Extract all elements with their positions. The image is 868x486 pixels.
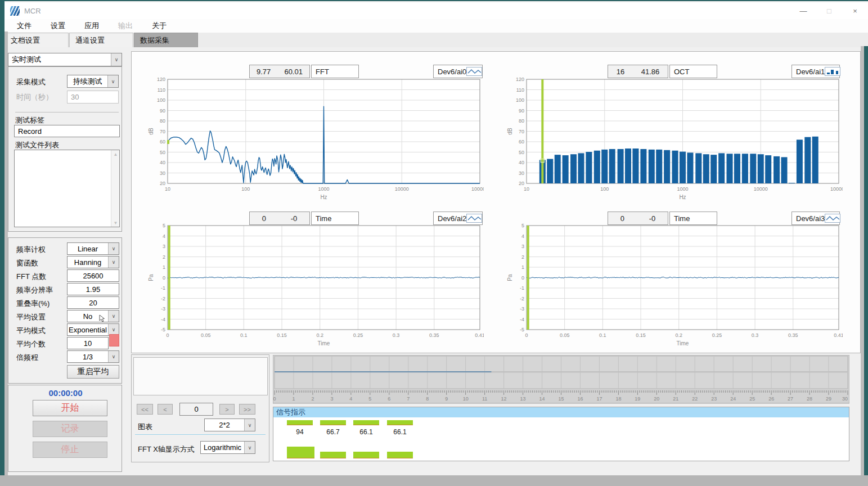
oct-plot[interactable]: 2030405060708090100110120101001000100001… [505, 76, 843, 204]
svg-text:0.2: 0.2 [675, 332, 682, 338]
restart-average-button[interactable]: 重启平均 [67, 365, 119, 379]
fft-axis-mode-select[interactable]: Logarithmic ∨ [200, 441, 255, 454]
field-select[interactable]: Hanning∨ [67, 256, 119, 268]
minimize-button[interactable]: — [790, 2, 816, 19]
svg-text:0.15: 0.15 [277, 332, 287, 338]
line-chart-icon [825, 214, 840, 223]
nav-page-field[interactable]: 0 [179, 403, 213, 416]
svg-text:0.35: 0.35 [788, 332, 798, 338]
svg-text:50: 50 [160, 150, 165, 155]
field-select[interactable]: 1/3∨ [67, 350, 119, 363]
field-label: 平均设置 [16, 312, 46, 322]
field-label: 重叠率(%) [16, 299, 50, 309]
svg-text:-2: -2 [161, 296, 165, 302]
timeline-strip[interactable]: 0123456789101112131415161718192021222324… [273, 355, 849, 404]
elapsed-timer: 00:00:00 [8, 388, 123, 398]
svg-text:17: 17 [596, 396, 602, 402]
menu-about[interactable]: 关于 [145, 19, 173, 33]
field-select[interactable]: No∨ [67, 310, 119, 322]
time2-plot[interactable]: -5-4-3-2-101234500.050.10.150.20.250.30.… [146, 223, 484, 350]
test-tag-input[interactable]: Record [14, 125, 120, 137]
svg-text:Pa: Pa [507, 274, 513, 281]
test-mode-select[interactable]: 实时测试 ∨ [8, 53, 122, 66]
svg-text:4: 4 [349, 396, 352, 402]
display-options-panel: << < 0 > >> 图表 2*2 ∨ FFT X轴显示方式 Logarith… [131, 354, 269, 462]
svg-text:-1: -1 [161, 285, 165, 291]
svg-text:-1: -1 [520, 285, 524, 291]
svg-text:19: 19 [635, 396, 640, 402]
empty-preview-box [133, 357, 268, 395]
window-edge-right [864, 46, 868, 475]
scroll-up-icon[interactable]: ▲ [111, 150, 120, 158]
menu-file[interactable]: 文件 [10, 19, 38, 33]
svg-text:2: 2 [163, 254, 165, 260]
svg-text:60: 60 [519, 139, 524, 145]
acq-mode-label: 采集模式 [16, 77, 46, 87]
svg-text:8: 8 [426, 396, 429, 402]
window-bottom-strip [0, 475, 868, 486]
window-edge-left [0, 0, 5, 475]
close-button[interactable]: × [842, 2, 868, 19]
fft-axis-mode-label: FFT X轴显示方式 [138, 444, 195, 454]
field-select[interactable]: Linear∨ [67, 242, 119, 255]
nav-prev-button[interactable]: < [158, 404, 173, 415]
field-label: FFT 点数 [16, 272, 46, 282]
svg-text:0.35: 0.35 [429, 332, 439, 338]
signal-level-bar [287, 420, 313, 425]
main-window: MCR — □ × 文件 设置 应用 输出 关于 文档设置 通道设置 数据采集 … [0, 0, 868, 475]
svg-text:23: 23 [711, 396, 717, 402]
menu-bar: 文件 设置 应用 输出 关于 [5, 19, 868, 33]
field-input[interactable]: 20 [67, 296, 119, 309]
svg-text:30: 30 [519, 170, 524, 176]
nav-next-button[interactable]: > [219, 404, 235, 415]
svg-text:-3: -3 [520, 306, 524, 312]
svg-text:14: 14 [539, 396, 545, 402]
acq-mode-select[interactable]: 持续测试 ∨ [67, 75, 119, 88]
fft-plot[interactable]: 2030405060708090100110120101001000100001… [146, 76, 484, 204]
svg-text:10: 10 [463, 396, 469, 402]
menu-application[interactable]: 应用 [78, 19, 106, 33]
signal-level-bar [353, 420, 379, 425]
time3-plot[interactable]: -5-4-3-2-101234500.050.10.150.20.250.30.… [505, 223, 843, 350]
time-seconds-label: 时间（秒） [16, 92, 53, 102]
scroll-down-icon[interactable]: ▼ [111, 219, 120, 227]
svg-text:10000: 10000 [754, 186, 768, 192]
field-input[interactable]: 1.95 [67, 283, 119, 295]
svg-text:1000: 1000 [677, 186, 688, 192]
field-label: 平均模式 [16, 326, 46, 336]
window-edge-right-inner [861, 46, 864, 475]
field-input[interactable]: 25600 [67, 269, 119, 282]
signal-peak-bar [387, 452, 413, 458]
field-input[interactable]: 10 [67, 337, 109, 349]
start-button[interactable]: 开始 [33, 400, 107, 416]
svg-text:27: 27 [788, 396, 793, 402]
tab-bar: 文档设置 通道设置 数据采集 [5, 33, 868, 47]
svg-text:28: 28 [807, 396, 812, 402]
signal-level-value: 66.1 [387, 428, 413, 436]
nav-first-button[interactable]: << [137, 404, 153, 415]
chevron-down-icon: ∨ [108, 351, 119, 362]
nav-last-button[interactable]: >> [239, 404, 255, 415]
menu-settings[interactable]: 设置 [44, 19, 72, 33]
tab-channel-settings[interactable]: 通道设置 [69, 33, 133, 47]
signal-level-bar [320, 420, 346, 425]
svg-text:-4: -4 [520, 317, 524, 322]
svg-text:0.1: 0.1 [599, 332, 606, 338]
svg-text:10: 10 [165, 186, 170, 192]
field-label: 频率计权 [16, 245, 46, 255]
field-label: 频率分辨率 [16, 285, 53, 295]
maximize-button[interactable]: □ [816, 2, 842, 19]
svg-text:7: 7 [407, 396, 410, 402]
tab-data-acquisition[interactable]: 数据采集 [134, 33, 198, 47]
listbox-scrollbar[interactable]: ▲ ▼ [111, 150, 119, 227]
tab-document-settings[interactable]: 文档设置 [5, 33, 69, 47]
svg-text:0: 0 [525, 332, 528, 338]
svg-text:10000: 10000 [395, 186, 409, 192]
svg-text:13: 13 [520, 396, 526, 402]
svg-text:5: 5 [368, 396, 371, 402]
svg-text:100000: 100000 [471, 186, 484, 192]
svg-text:12: 12 [501, 396, 507, 402]
chart-layout-select[interactable]: 2*2 ∨ [204, 418, 255, 431]
test-file-listbox[interactable]: ▲ ▼ [14, 150, 120, 227]
signal-peak-bar [353, 452, 379, 458]
